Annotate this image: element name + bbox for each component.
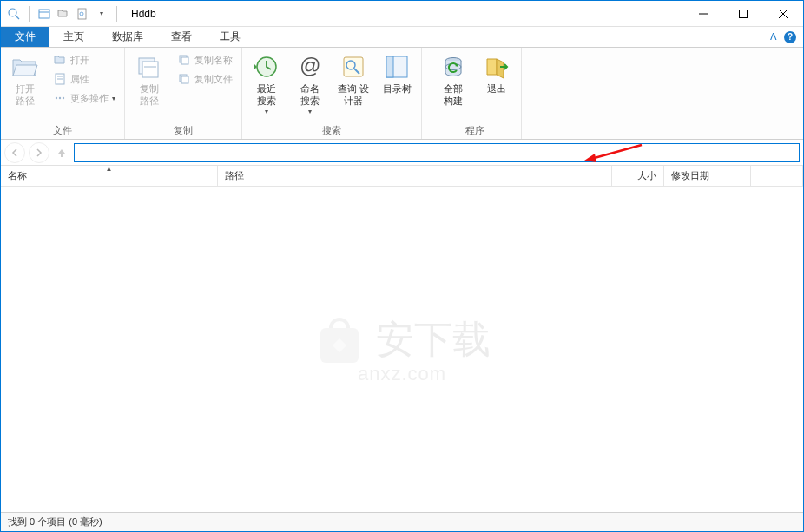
divider — [29, 6, 30, 22]
button-label: 打开 路径 — [16, 82, 35, 108]
back-button[interactable] — [4, 142, 25, 163]
sort-asc-icon: ▲ — [106, 165, 113, 173]
tab-label: 工具 — [220, 30, 241, 44]
more-ops-button[interactable]: 更多操作 ▾ — [48, 89, 121, 107]
ribbon-group-program: 全部 构建 退出 程序 — [429, 48, 522, 139]
svg-point-13 — [56, 97, 57, 99]
window-title: Hddb — [131, 8, 156, 20]
column-size[interactable]: 大小 — [612, 166, 664, 186]
button-label: 复制名称 — [194, 54, 233, 67]
chevron-down-icon: ▾ — [112, 95, 115, 102]
forward-button[interactable] — [29, 142, 49, 163]
copy-path-button[interactable]: 复制 路径 — [129, 49, 170, 111]
tree-icon — [383, 53, 411, 81]
tab-database[interactable]: 数据库 — [98, 27, 157, 47]
button-label: 最近 搜索 — [257, 82, 276, 108]
group-label: 程序 — [432, 122, 517, 139]
recent-search-button[interactable]: 最近 搜索 ▾ — [246, 49, 287, 119]
folder-tree-icon[interactable] — [56, 6, 71, 22]
at-icon: @ — [296, 53, 324, 81]
svg-point-15 — [63, 97, 64, 99]
build-all-button[interactable]: 全部 构建 — [432, 49, 474, 111]
column-date[interactable]: 修改日期 — [664, 166, 751, 186]
properties-icon — [53, 72, 67, 86]
button-label: 退出 — [487, 82, 506, 95]
chevron-down-icon: ▾ — [265, 108, 268, 115]
ribbon: 打开 路径 打开 属性 更多操作 ▾ 文件 — [1, 48, 803, 140]
titlebar: ▾ Hddb — [1, 1, 803, 27]
copy-name-icon — [177, 53, 191, 67]
maximize-button[interactable] — [723, 1, 763, 27]
tab-file[interactable]: 文件 — [1, 27, 49, 47]
search-input[interactable] — [74, 143, 800, 162]
dir-tree-button[interactable]: 目录树 — [376, 49, 418, 98]
svg-rect-7 — [740, 10, 748, 17]
svg-point-14 — [59, 97, 61, 99]
button-label: 目录树 — [383, 82, 412, 95]
column-label: 修改日期 — [671, 169, 709, 182]
group-label: 文件 — [4, 122, 121, 139]
button-label: 命名 搜索 — [300, 82, 320, 108]
ribbon-group-search: 最近 搜索 ▾ @ 命名 搜索 ▾ 查询 设 计器 目录树 — [242, 48, 422, 139]
copy-name-button[interactable]: 复制名称 — [172, 51, 238, 69]
column-path[interactable]: 路径 — [218, 166, 612, 186]
search-icon[interactable] — [6, 6, 22, 22]
column-name[interactable]: 名称 ▲ — [1, 166, 218, 186]
page-icon[interactable] — [75, 6, 90, 22]
button-label: 属性 — [70, 73, 89, 86]
tab-view[interactable]: 查看 — [157, 27, 206, 47]
properties-button[interactable]: 属性 — [48, 70, 121, 88]
tab-home[interactable]: 主页 — [49, 27, 98, 47]
list-header: 名称 ▲ 路径 大小 修改日期 — [1, 166, 803, 187]
column-label: 名称 — [8, 169, 27, 182]
status-text: 找到 0 个项目 (0 毫秒) — [8, 516, 102, 529]
chevron-down-icon: ▾ — [308, 108, 312, 115]
svg-rect-19 — [181, 57, 188, 64]
name-search-button[interactable]: @ 命名 搜索 ▾ — [289, 49, 331, 119]
help-icon[interactable]: ? — [784, 31, 796, 43]
divider — [116, 6, 117, 22]
exit-button[interactable]: 退出 — [476, 49, 517, 98]
copy-path-icon — [135, 53, 163, 81]
open-path-icon — [11, 53, 39, 81]
button-label: 查询 设 计器 — [338, 82, 369, 108]
svg-line-1 — [16, 16, 19, 19]
button-label: 更多操作 — [70, 92, 109, 105]
open-button[interactable]: 打开 — [48, 51, 121, 69]
collapse-ribbon-icon[interactable]: ᐱ — [770, 31, 777, 43]
tab-label: 文件 — [15, 30, 36, 44]
window-icon[interactable] — [36, 6, 52, 22]
database-refresh-icon — [439, 53, 467, 81]
exit-icon — [483, 53, 511, 81]
open-path-button[interactable]: 打开 路径 — [4, 49, 46, 111]
minimize-button[interactable] — [683, 1, 723, 27]
tab-label: 查看 — [171, 30, 192, 44]
group-label: 复制 — [129, 122, 238, 139]
column-label: 大小 — [637, 169, 656, 182]
button-label: 打开 — [70, 54, 89, 67]
up-button[interactable] — [53, 144, 70, 161]
ribbon-group-file: 打开 路径 打开 属性 更多操作 ▾ 文件 — [1, 48, 125, 139]
copy-file-button[interactable]: 复制文件 — [172, 70, 238, 88]
ribbon-group-copy: 复制 路径 复制名称 复制文件 复制 — [125, 48, 242, 139]
open-icon — [53, 53, 67, 67]
more-icon — [53, 91, 67, 105]
ribbon-spacer — [422, 48, 429, 139]
query-designer-button[interactable]: 查询 设 计器 — [333, 49, 374, 111]
bag-icon — [313, 314, 366, 366]
results-list[interactable]: 安下载 anxz.com — [1, 187, 803, 512]
statusbar: 找到 0 个项目 (0 毫秒) — [1, 512, 803, 531]
svg-text:@: @ — [300, 55, 320, 77]
tab-label: 主页 — [63, 30, 84, 44]
close-button[interactable] — [763, 1, 803, 27]
ribbon-tabs: 文件 主页 数据库 查看 工具 ᐱ ? — [1, 27, 803, 48]
history-icon — [253, 53, 280, 81]
tab-tools[interactable]: 工具 — [206, 27, 254, 47]
button-label: 复制 路径 — [140, 82, 159, 108]
watermark-text: 安下载 — [376, 314, 491, 365]
qat-dropdown-icon[interactable]: ▾ — [94, 6, 109, 22]
column-spacer — [751, 166, 803, 186]
copy-file-icon — [177, 72, 191, 86]
svg-point-0 — [9, 9, 16, 16]
svg-rect-21 — [181, 76, 188, 83]
